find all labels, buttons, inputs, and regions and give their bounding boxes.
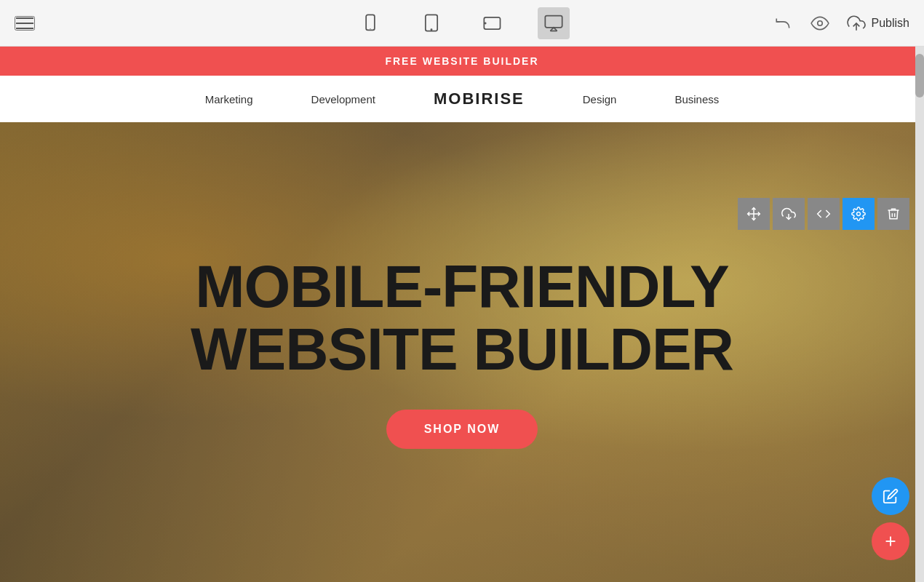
hero-title: MOBILE-FRIENDLY WEBSITE BUILDER	[191, 255, 733, 380]
section-delete-button[interactable]	[877, 198, 909, 230]
move-icon	[746, 207, 761, 221]
fab-container	[872, 477, 909, 560]
banner-bar: FREE WEBSITE BUILDER	[0, 47, 924, 76]
nav-link-development[interactable]: Development	[311, 93, 375, 105]
tablet-landscape-icon	[482, 13, 503, 33]
upload-cloud-icon	[847, 14, 866, 33]
publish-button[interactable]: Publish	[847, 14, 909, 33]
trash-icon	[886, 207, 901, 221]
undo-icon	[774, 14, 793, 33]
hero-title-line1: MOBILE-FRIENDLY	[191, 255, 733, 318]
hero-text: MOBILE-FRIENDLY WEBSITE BUILDER	[191, 255, 733, 380]
toolbar-right: Publish	[774, 14, 909, 33]
main-content: FREE WEBSITE BUILDER Marketing Developme…	[0, 47, 924, 582]
shop-now-button[interactable]: SHOP NOW	[386, 410, 538, 449]
section-settings-button[interactable]	[843, 198, 875, 230]
desktop-icon	[543, 13, 564, 33]
eye-icon	[811, 14, 829, 33]
plus-icon	[883, 533, 899, 549]
site-nav: Marketing Development MOBIRISE Design Bu…	[0, 76, 924, 122]
site-brand: MOBIRISE	[434, 89, 525, 108]
menu-button[interactable]	[15, 16, 35, 31]
svg-rect-4	[484, 17, 500, 28]
hero-section: MOBILE-FRIENDLY WEBSITE BUILDER SHOP NOW	[0, 122, 924, 582]
svg-rect-6	[545, 15, 562, 27]
tablet-icon	[421, 13, 442, 33]
nav-link-marketing[interactable]: Marketing	[205, 93, 253, 105]
gear-icon	[851, 207, 866, 221]
desktop-view-button[interactable]	[538, 7, 570, 39]
section-download-button[interactable]	[773, 198, 805, 230]
mobile-icon	[360, 13, 381, 33]
mobile-view-button[interactable]	[354, 7, 386, 39]
edit-fab-button[interactable]	[872, 477, 909, 515]
svg-point-8	[817, 20, 822, 25]
preview-button[interactable]	[811, 14, 829, 33]
publish-label: Publish	[872, 17, 909, 30]
tablet-view-button[interactable]	[415, 7, 447, 39]
scrollbar[interactable]	[915, 47, 924, 582]
hero-title-line2: WEBSITE BUILDER	[191, 318, 733, 380]
svg-point-13	[857, 212, 861, 216]
nav-link-design[interactable]: Design	[583, 93, 617, 105]
edit-icon	[883, 488, 899, 504]
section-toolbar	[738, 198, 909, 230]
section-move-button[interactable]	[738, 198, 770, 230]
download-icon	[781, 207, 796, 221]
svg-point-5	[485, 23, 486, 23]
section-code-button[interactable]	[808, 198, 840, 230]
banner-text: FREE WEBSITE BUILDER	[385, 55, 538, 67]
device-switcher	[354, 7, 570, 39]
svg-rect-0	[366, 15, 375, 30]
top-toolbar: Publish	[0, 0, 924, 47]
nav-link-business[interactable]: Business	[674, 93, 719, 105]
scrollbar-thumb[interactable]	[915, 54, 924, 97]
tablet-landscape-view-button[interactable]	[477, 7, 509, 39]
undo-button[interactable]	[774, 14, 793, 33]
toolbar-left	[15, 16, 35, 31]
add-fab-button[interactable]	[872, 522, 909, 560]
svg-rect-2	[426, 15, 437, 31]
code-icon	[816, 207, 831, 221]
svg-point-3	[431, 29, 431, 30]
